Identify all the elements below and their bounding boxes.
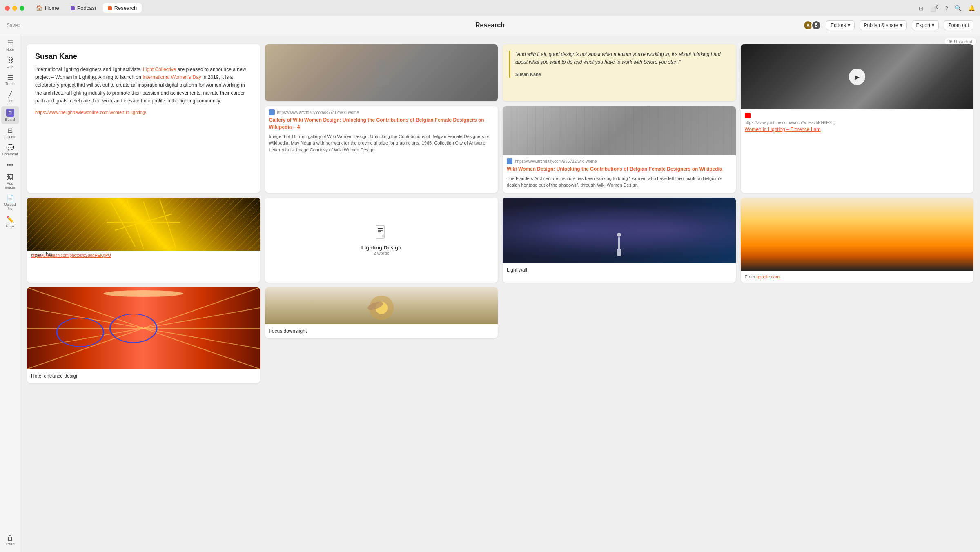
minimize-button[interactable] [12, 6, 17, 11]
hotel-entrance-card: Hotel entrance design [27, 287, 260, 383]
unsplash-url[interactable]: https://unsplash.com/photos/cSuddREKgPU [27, 251, 260, 260]
sidebar-item-more[interactable]: ••• [1, 159, 19, 171]
svg-point-0 [375, 60, 388, 73]
close-button[interactable] [5, 6, 10, 11]
publish-share-button[interactable]: Publish & share ▾ [860, 20, 907, 30]
video-thumbnail[interactable]: ▶ [741, 44, 974, 109]
titlebar-actions: ⊡ ⬜0 ? 🔍 🔔 [919, 4, 975, 11]
sidebar-item-line[interactable]: ╱ Line [1, 89, 19, 105]
document-title: Research [475, 22, 505, 29]
svg-rect-14 [618, 237, 620, 249]
archdaily-1-title[interactable]: Gallery of Wiki Women Design: Unlocking … [265, 117, 498, 133]
hotel-label: Hotel entrance design [27, 369, 260, 383]
export-button[interactable]: Export ▾ [912, 20, 939, 30]
sidebar-item-draw[interactable]: ✏️ Draw [1, 214, 19, 230]
svg-line-4 [143, 202, 160, 247]
zoom-out-button[interactable]: Zoom out [944, 20, 973, 30]
sidebar-item-add-image[interactable]: 🖼 Add image [1, 171, 19, 192]
light-wall-label: Light wall [503, 263, 736, 277]
quote-inner: "And with it all, good design's not abou… [509, 51, 729, 78]
svg-rect-16 [619, 249, 621, 256]
doc-words: 2 words [373, 251, 389, 256]
app-body: ☰ Note ⛓ Link ☰ To-do ╱ Line ⊞ Board ⊟ C… [0, 34, 980, 552]
svg-point-1 [373, 75, 390, 87]
sidebar-item-link[interactable]: ⛓ Link [1, 55, 19, 71]
sidebar-item-comment[interactable]: 💬 Comment [1, 142, 19, 158]
traffic-lights [5, 6, 24, 11]
chevron-down-icon: ▾ [848, 22, 850, 28]
document-icon: ≡ [375, 225, 388, 242]
tab-bar: 🏠 Home Podcast Research [31, 3, 142, 13]
focus-downslight-card: Focus downslight [265, 287, 498, 338]
search-icon[interactable]: 🔍 [955, 5, 962, 11]
svg-line-5 [160, 200, 176, 249]
link-icon: ⛓ [7, 57, 13, 64]
collaborators-avatars: A B [805, 20, 821, 30]
chevron-down-icon: ▾ [932, 22, 934, 28]
line-icon: ╱ [8, 91, 12, 98]
yellow-light-source: From google.com [741, 271, 974, 283]
archdaily-1-source: https://www.archdaily.com/955712/wiki-wo… [265, 106, 498, 117]
archdaily-2-title[interactable]: Wiki Women Design: Unlocking the Contrib… [503, 166, 736, 175]
more-icon: ••• [7, 162, 13, 168]
archdaily-1-url: https://www.archdaily.com/955712/wiki-wo… [277, 110, 359, 115]
column-icon: ⊟ [7, 127, 13, 134]
sidebar: ☰ Note ⛓ Link ☰ To-do ╱ Line ⊞ Board ⊟ C… [0, 34, 20, 552]
sidebar-item-todo[interactable]: ☰ To-do [1, 72, 19, 88]
badge-icon[interactable]: ⬜0 [930, 4, 939, 11]
draw-icon: ✏️ [6, 216, 14, 223]
help-icon[interactable]: ? [945, 5, 948, 11]
board-grid: Susan Kane International lighting design… [27, 44, 973, 383]
sidebar-item-upload-file[interactable]: 📄 Upload file [1, 193, 19, 213]
lighting-doc-card[interactable]: ≡ Lighting Design 2 words [265, 198, 498, 283]
archdaily-card-1: https://www.archdaily.com/955712/wiki-wo… [265, 106, 498, 193]
archdaily-2-url: https://www.archdaily.com/955712/wiki-wo… [515, 159, 597, 164]
comment-icon: 💬 [6, 145, 14, 151]
youtube-favicon [745, 113, 751, 118]
google-link[interactable]: google.com [756, 274, 780, 279]
archdaily-favicon-2 [507, 158, 512, 164]
light-collective-link[interactable]: Light Collective [143, 67, 176, 72]
svg-rect-15 [617, 249, 619, 256]
svg-line-20 [27, 328, 143, 349]
svg-line-26 [143, 328, 260, 369]
saved-status: Saved [7, 22, 20, 28]
toolbar-actions: A B Editors ▾ Publish & share ▾ Export ▾… [805, 20, 973, 30]
svg-text:≡: ≡ [381, 233, 384, 239]
sidebar-item-column[interactable]: ⊟ Column [1, 125, 19, 141]
sidebar-item-board[interactable]: ⊞ Board [1, 106, 19, 124]
note-icon: ☰ [7, 40, 13, 47]
womens-day-link[interactable]: International Women's Day [143, 74, 201, 80]
upload-file-icon: 📄 [6, 195, 14, 202]
tab-research[interactable]: Research [103, 3, 142, 13]
tab-home[interactable]: 🏠 Home [31, 3, 64, 13]
video-source-row: https://www.youtube.com/watch?v=EZz5PG8F… [741, 109, 974, 127]
video-card: ▶ https://www.youtube.com/watch?v=EZz5PG… [741, 44, 974, 193]
quote-card: "And with it all, good design's not abou… [503, 44, 736, 101]
play-button[interactable]: ▶ [849, 69, 865, 85]
window-icon[interactable]: ⊡ [919, 5, 924, 11]
todo-icon: ☰ [7, 74, 13, 81]
editors-button[interactable]: Editors ▾ [826, 20, 854, 30]
svg-line-23 [143, 308, 260, 328]
downslight-label: Focus downslight [265, 324, 498, 338]
main-content: ⊕ Unsorted Susan Kane International ligh… [20, 34, 980, 552]
sidebar-item-trash[interactable]: 🗑 Trash [1, 532, 19, 549]
svg-point-13 [617, 233, 621, 237]
hotel-image [27, 287, 260, 369]
svg-line-2 [111, 202, 135, 247]
susan-kane-title: Susan Kane [35, 52, 252, 61]
tab-podcast[interactable]: Podcast [66, 3, 101, 13]
sidebar-tools: ☰ Note ⛓ Link ☰ To-do ╱ Line ⊞ Board ⊟ C… [1, 38, 19, 230]
susan-photo-card [265, 44, 498, 101]
video-title[interactable]: Women in Lighting – Florence Lam [741, 127, 974, 136]
geo-light-image [27, 198, 260, 251]
light-wall-image [503, 198, 736, 263]
maximize-button[interactable] [20, 6, 24, 11]
toolbar: Saved Research A B Editors ▾ Publish & s… [0, 16, 980, 34]
unsorted-icon: ⊕ [949, 39, 952, 44]
notification-icon[interactable]: 🔔 [968, 5, 975, 11]
svg-point-28 [57, 318, 103, 347]
susan-kane-url[interactable]: https://www.thelightreviewonline.com/wom… [35, 110, 252, 115]
sidebar-item-note[interactable]: ☰ Note [1, 38, 19, 54]
